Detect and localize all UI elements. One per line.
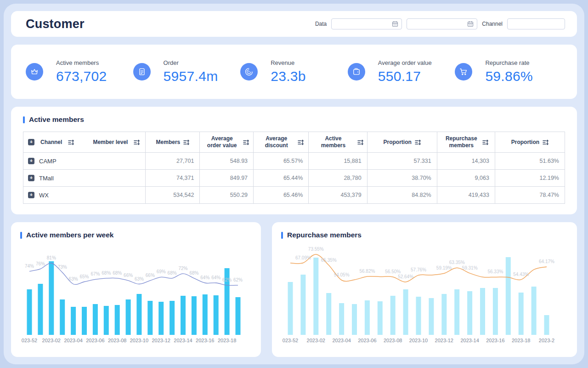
- x-axis-label: 2023-08: [384, 338, 402, 343]
- bar: [214, 295, 219, 335]
- x-axis-label: 2023-18: [218, 338, 236, 343]
- sort-icon[interactable]: [415, 139, 421, 145]
- channel-name: CAMP: [39, 158, 57, 165]
- line-value-label: 81%: [47, 255, 56, 260]
- bar: [82, 307, 87, 335]
- sort-icon[interactable]: [298, 139, 304, 145]
- line-value-label: 63%: [135, 276, 144, 282]
- column-header-proportion: Proportion: [384, 139, 412, 146]
- x-axis-label: 2023-08: [108, 338, 126, 343]
- line-value-label: 63.35%: [449, 260, 465, 265]
- line-value-label: 67%: [90, 271, 100, 276]
- x-axis-label: 2023-12: [435, 338, 453, 343]
- expand-row-button[interactable]: +: [28, 158, 34, 164]
- date-to-input[interactable]: [407, 18, 477, 29]
- sort-icon[interactable]: [357, 139, 363, 145]
- line-value-label: 68%: [189, 270, 198, 276]
- sort-icon[interactable]: [482, 139, 488, 145]
- expand-all-button[interactable]: +: [28, 139, 34, 145]
- bar: [27, 289, 32, 335]
- line-value-label: 57.76%: [411, 267, 426, 272]
- section-title: Repurchase members: [281, 231, 568, 239]
- x-axis-label: 2023-02: [42, 338, 61, 343]
- title-marker: [20, 232, 22, 239]
- bar: [403, 289, 408, 335]
- column-header-avg-order-value: Average order value: [204, 135, 240, 149]
- sort-icon[interactable]: [134, 139, 140, 145]
- revenue-icon: [240, 63, 258, 80]
- bar: [192, 296, 197, 335]
- bar: [339, 303, 344, 335]
- line-value-label: 62%: [222, 277, 232, 282]
- line-value-label: 76%: [36, 261, 45, 266]
- sort-icon[interactable]: [243, 139, 249, 145]
- column-header-member-level: Member level: [93, 139, 128, 146]
- bar: [441, 294, 447, 335]
- date-to-field[interactable]: [410, 21, 464, 27]
- bar: [93, 304, 98, 335]
- bar: [60, 299, 65, 335]
- kpi-active-members: Active members 673,702: [26, 59, 133, 84]
- bar: [467, 291, 472, 335]
- chart-title: Repurchase members: [287, 231, 362, 239]
- kpi-label: Revenue: [271, 59, 306, 66]
- section-title: Active members: [23, 115, 565, 124]
- line-value-label: 54.05%: [334, 272, 350, 277]
- line-value-label: 56.82%: [359, 269, 375, 274]
- dashboard-page: Customer Data: [0, 0, 588, 368]
- line-value-label: 66%: [124, 273, 133, 278]
- x-axis-label: 023-52: [22, 338, 37, 343]
- bar: [38, 284, 43, 335]
- section-title-text: Active members: [29, 115, 84, 124]
- channel-field[interactable]: [511, 21, 561, 27]
- line-value-label: 72%: [178, 266, 187, 271]
- channel-name: TMall: [39, 175, 54, 182]
- x-axis-label: 2023-14: [174, 338, 192, 343]
- active-members-table: + Channel Member level: [23, 132, 565, 204]
- date-filter-label: Data: [315, 21, 327, 27]
- channel-filter-label: Channel: [482, 21, 503, 27]
- kpi-revenue: Revenue 23.3b: [240, 59, 348, 84]
- dashboard-panel: Customer Data: [4, 4, 584, 364]
- bar: [480, 288, 485, 335]
- x-axis-label: 2023-10: [409, 338, 428, 343]
- line-value-label: 73%: [58, 264, 67, 270]
- x-axis-label: 2023-16: [196, 338, 214, 343]
- column-header-proportion-2: Proportion: [511, 139, 539, 146]
- line-value-label: 59.31%: [462, 265, 478, 270]
- bar: [288, 282, 293, 335]
- repurchase-members-card: Repurchase members 023-522023-022023-042…: [272, 222, 577, 357]
- line-value-label: 63%: [69, 276, 78, 282]
- channel-input[interactable]: [507, 18, 565, 29]
- bar: [429, 298, 434, 335]
- cart-icon: [455, 63, 472, 80]
- kpi-average-order-value: Average order value 550.17: [348, 59, 455, 84]
- sort-icon[interactable]: [543, 139, 548, 145]
- line-value-label: 52.64%: [398, 274, 413, 279]
- expand-row-button[interactable]: +: [28, 175, 34, 181]
- expand-row-button[interactable]: +: [28, 192, 34, 198]
- line-value-label: 65.35%: [321, 258, 337, 263]
- line-value-label: 68%: [113, 270, 122, 276]
- x-axis-label: 2023-06: [86, 338, 104, 343]
- chart-title: Active members per week: [26, 231, 113, 239]
- bar: [158, 302, 164, 335]
- bar: [147, 301, 153, 335]
- date-from-input[interactable]: [331, 18, 402, 29]
- bar: [170, 301, 175, 335]
- line-value-label: 74%: [25, 264, 34, 269]
- kpi-row: Active members 673,702 Order 5957.4m: [11, 45, 577, 99]
- x-axis-label: 2023-12: [152, 338, 170, 343]
- calendar-icon[interactable]: [467, 21, 474, 27]
- sort-icon[interactable]: [183, 139, 189, 145]
- date-from-field[interactable]: [335, 21, 389, 27]
- bar: [531, 287, 537, 335]
- bar: [416, 297, 421, 335]
- bar: [136, 294, 141, 335]
- bar: [454, 289, 459, 335]
- sort-icon[interactable]: [68, 139, 74, 145]
- calendar-icon[interactable]: [392, 21, 398, 27]
- column-header-members: Members: [156, 139, 181, 146]
- bar: [326, 293, 331, 335]
- x-axis-label: 2023-2: [539, 338, 554, 343]
